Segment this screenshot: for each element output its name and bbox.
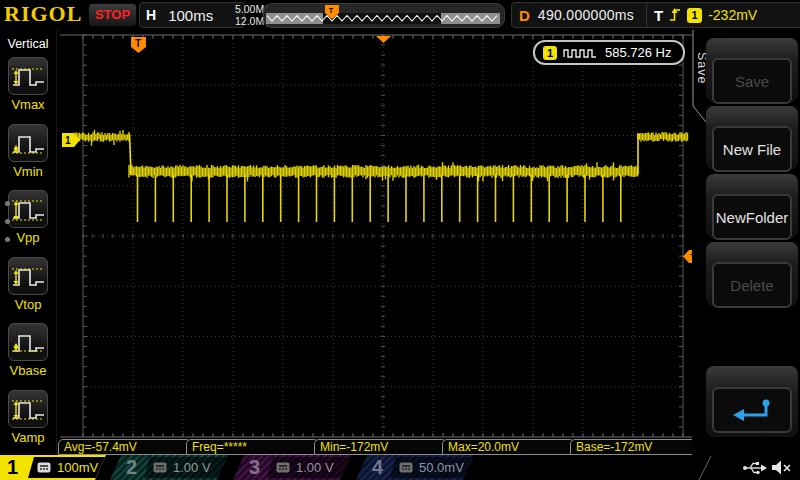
svg-text:T: T	[329, 6, 334, 15]
waveform-trace-ch1	[75, 130, 688, 222]
horizontal-timebase-badge: H 100ms	[139, 2, 245, 28]
channel-3-number: 3	[249, 455, 260, 480]
sidebar-item-vmax[interactable]: Vmax	[0, 57, 56, 112]
channel-status-bar: 1 100mV 2 1.00 V 3	[0, 455, 800, 480]
save-button[interactable]: Save	[712, 58, 792, 104]
delay-value: 490.000000ms	[538, 7, 634, 23]
pulse-train-icon	[563, 47, 599, 59]
trigger-level-value: -232mV	[708, 7, 757, 23]
return-arrow-icon	[730, 397, 774, 423]
vamp-button[interactable]	[8, 390, 48, 428]
vmax-button[interactable]	[8, 57, 48, 95]
sidebar-item-vbase[interactable]: Vbase	[0, 323, 56, 378]
usb-icon	[742, 459, 768, 476]
delete-button[interactable]: Delete	[712, 262, 792, 308]
run-state-indicator: STOP	[88, 3, 137, 27]
sidebar-item-vamp[interactable]: Vamp	[0, 390, 56, 445]
measurement-freq: Freq=*****	[186, 439, 319, 455]
statusbar-separator	[697, 456, 713, 480]
channel-2-button[interactable]: 2 1.00 V	[110, 455, 228, 480]
memory-preview-waveform: T	[264, 4, 502, 25]
speaker-muted-icon	[771, 459, 793, 476]
sidebar-item-label: Vbase	[0, 363, 56, 378]
measurement-max: Max=20.0mV	[442, 439, 575, 455]
vpp-button[interactable]	[8, 190, 48, 228]
sidebar-item-label: Vmin	[0, 164, 56, 179]
memory-preview-strip: T	[263, 3, 505, 28]
timebase-value: 100ms	[168, 7, 213, 24]
new-folder-button[interactable]: NewFolder	[712, 194, 792, 240]
vbase-button[interactable]	[8, 323, 48, 361]
channel-1-button[interactable]: 1 100mV	[0, 455, 106, 480]
channel-3-scale: 1.00 V	[296, 460, 334, 475]
more-items-dots	[0, 188, 10, 242]
freq-counter-channel-chip: 1	[543, 46, 557, 60]
channel-4-number: 4	[372, 455, 383, 480]
channel-2-scale: 1.00 V	[173, 460, 211, 475]
sidebar-item-label: Vmax	[0, 97, 56, 112]
svg-text:1: 1	[65, 135, 71, 146]
sidebar-item-vtop[interactable]: Vtop	[0, 257, 56, 312]
channel-1-scale: 100mV	[57, 460, 98, 475]
vtop-button[interactable]	[8, 257, 48, 295]
return-button[interactable]	[712, 387, 792, 433]
dc-coupling-icon	[153, 462, 167, 473]
rising-edge-icon	[669, 7, 681, 23]
sidebar-title: Vertical	[0, 37, 56, 51]
measurement-base: Base=-172mV	[570, 439, 703, 455]
waveform-display: 1TT 1 585.726 Hz	[57, 30, 700, 457]
frequency-counter-badge: 1 585.726 Hz	[533, 40, 685, 65]
sidebar-item-label: Vamp	[0, 430, 56, 445]
trigger-label: T	[654, 7, 663, 24]
channel-3-button[interactable]: 3 1.00 V	[233, 455, 351, 480]
channel-2-number: 2	[126, 455, 137, 480]
graticule: 1TT	[57, 30, 700, 457]
top-status-bar: RIGOL STOP H 100ms 5.00MSa/s 12.0M pts T…	[0, 0, 800, 30]
horizontal-center-marker[interactable]	[376, 36, 391, 43]
sidebar-item-vmin[interactable]: Vmin	[0, 124, 56, 179]
horizontal-label: H	[146, 7, 156, 23]
trigger-source-chip: 1	[687, 8, 702, 23]
channel-1-number: 1	[7, 455, 18, 480]
vmin-icon	[9, 125, 47, 161]
vbase-icon	[9, 324, 47, 360]
horizontal-delay-badge: D 490.000000ms	[511, 2, 657, 28]
measurement-avg: Avg=-57.4mV	[58, 439, 191, 455]
trigger-position-flag[interactable]: T	[131, 37, 146, 53]
vamp-icon	[9, 391, 47, 427]
vmin-button[interactable]	[8, 124, 48, 162]
channel-4-scale: 50.0mV	[419, 460, 464, 475]
dc-coupling-icon	[276, 462, 290, 473]
vpp-icon	[9, 191, 47, 227]
sidebar-item-label: Vtop	[0, 297, 56, 312]
vtop-icon	[9, 258, 47, 294]
vmax-icon	[9, 58, 47, 94]
rigol-logo: RIGOL	[4, 1, 82, 27]
svg-text:T: T	[135, 38, 141, 49]
channel-4-button[interactable]: 4 50.0mV	[356, 455, 474, 480]
delay-label: D	[519, 7, 530, 24]
freq-counter-value: 585.726 Hz	[605, 45, 672, 60]
dc-coupling-icon	[37, 462, 51, 473]
measure-sidebar: Vertical Vmax Vmin Vpp Vtop Vbase Vamp	[0, 30, 57, 455]
menu-panel-save: Save Save New File NewFolder Delete	[692, 30, 800, 455]
dc-coupling-icon	[399, 462, 413, 473]
new-file-button[interactable]: New File	[712, 126, 792, 172]
trigger-status-badge: T 1 -232mV	[646, 2, 800, 28]
measurement-min: Min=-172mV	[314, 439, 447, 455]
